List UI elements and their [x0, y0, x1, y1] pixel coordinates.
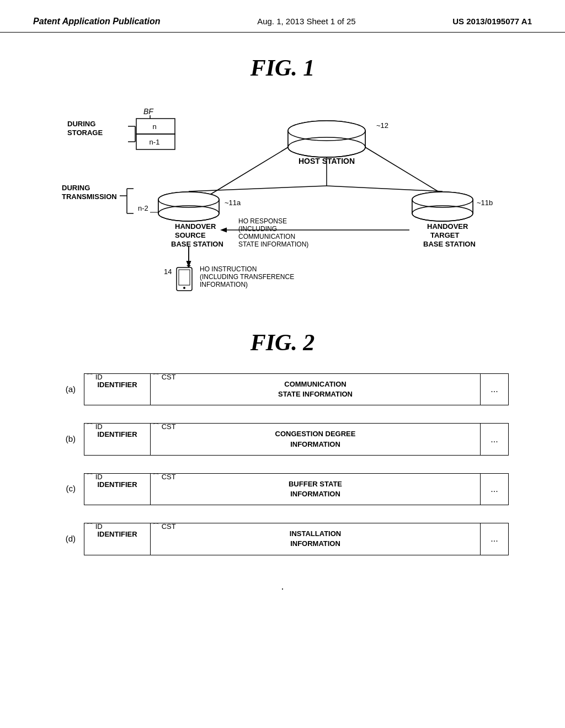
svg-text:HO RESPONSE: HO RESPONSE — [238, 217, 287, 225]
svg-text:TARGET: TARGET — [430, 231, 460, 239]
svg-text:HANDOVER: HANDOVER — [427, 222, 468, 231]
fig2-cell-info-c: BUFFER STATE INFORMATION — [151, 474, 481, 505]
page-header: Patent Application Publication Aug. 1, 2… — [0, 0, 565, 33]
svg-text:TRANSMISSION: TRANSMISSION — [62, 192, 117, 201]
svg-text:n-2: n-2 — [138, 204, 148, 212]
svg-line-22 — [211, 147, 288, 194]
fig2-title: FIG. 2 — [33, 329, 532, 356]
date-sheet-label: Aug. 1, 2013 Sheet 1 of 25 — [257, 17, 355, 26]
fig2-cell-info-d: INSTALLATION INFORMATION — [151, 523, 481, 554]
svg-text:~11b: ~11b — [477, 199, 493, 207]
fig2-label-d: (d) — [56, 534, 84, 543]
svg-text:~12: ~12 — [376, 121, 388, 130]
fig1-diagram: BF n n-1 DURING STORAGE — [56, 98, 509, 307]
svg-text:HO INSTRUCTION: HO INSTRUCTION — [200, 265, 257, 273]
svg-text:HANDOVER: HANDOVER — [175, 222, 216, 231]
svg-text:BASE STATION: BASE STATION — [423, 240, 476, 248]
svg-text:14: 14 — [164, 267, 172, 276]
svg-text:STORAGE: STORAGE — [67, 129, 103, 137]
fig2-container: (a) ⌒ ID ⌒ CST IDENTIFIER COMMUNICATION … — [56, 372, 509, 555]
fig2-label-b: (b) — [56, 434, 84, 443]
fig2-cell-info-a: COMMUNICATION STATE INFORMATION — [151, 374, 481, 405]
fig2-table-b: IDENTIFIER CONGESTION DEGREE INFORMATION… — [84, 423, 509, 455]
fig2-diagram-a: ⌒ ID ⌒ CST IDENTIFIER COMMUNICATION STAT… — [84, 372, 509, 405]
svg-text:DURING: DURING — [62, 184, 90, 192]
fig2-diagram-b: ⌒ ID ⌒ CST IDENTIFIER CONGESTION DEGREE … — [84, 422, 509, 455]
patent-number-label: US 2013/0195077 A1 — [452, 17, 532, 26]
fig2-cell-info-b: CONGESTION DEGREE INFORMATION — [151, 424, 481, 454]
fig2-table-a: IDENTIFIER COMMUNICATION STATE INFORMATI… — [84, 373, 509, 405]
fig2-cell-dots-b: ... — [481, 424, 508, 454]
fig2-row-d: (d) ⌒ ID ⌒ CST IDENTIFIER INSTALLATION I… — [56, 522, 509, 555]
fig2-diagram-c: ⌒ ID ⌒ CST IDENTIFIER BUFFER STATE INFOR… — [84, 472, 509, 505]
svg-text:~11a: ~11a — [225, 199, 241, 207]
svg-text:DURING: DURING — [67, 120, 95, 128]
svg-text:(INCLUDING: (INCLUDING — [238, 225, 277, 233]
svg-text:BASE STATION: BASE STATION — [171, 240, 223, 248]
svg-line-74 — [189, 186, 327, 191]
svg-text:SOURCE: SOURCE — [175, 231, 206, 239]
fig2-row-a: (a) ⌒ ID ⌒ CST IDENTIFIER COMMUNICATION … — [56, 372, 509, 405]
fig2-label-c: (c) — [56, 484, 84, 493]
svg-text:STATE INFORMATION): STATE INFORMATION) — [238, 240, 308, 248]
fig2-row-c: (c) ⌒ ID ⌒ CST IDENTIFIER BUFFER STATE I… — [56, 472, 509, 505]
svg-line-75 — [327, 186, 443, 191]
svg-text:BF: BF — [143, 107, 154, 116]
svg-point-56 — [412, 192, 473, 207]
fig2-row-b: (b) ⌒ ID ⌒ CST IDENTIFIER CONGESTION DEG… — [56, 422, 509, 455]
fig2-table-d: IDENTIFIER INSTALLATION INFORMATION ... — [84, 523, 509, 555]
svg-line-23 — [365, 147, 443, 194]
fig2-cell-dots-d: ... — [481, 523, 508, 554]
svg-rect-65 — [179, 270, 190, 285]
fig2-diagram-d: ⌒ ID ⌒ CST IDENTIFIER INSTALLATION INFOR… — [84, 522, 509, 555]
main-content: FIG. 1 BF n n-1 DURING STORAGE — [0, 33, 565, 617]
svg-text:(INCLUDING TRANSFERENCE: (INCLUDING TRANSFERENCE — [200, 273, 294, 281]
fig2-cell-dots-a: ... — [481, 374, 508, 405]
svg-text:INFORMATION): INFORMATION) — [200, 281, 248, 288]
svg-text:n: n — [152, 122, 156, 131]
svg-text:COMMUNICATION: COMMUNICATION — [238, 233, 295, 240]
svg-point-37 — [158, 192, 219, 207]
svg-point-66 — [183, 287, 185, 289]
fig2-cell-dots-c: ... — [481, 474, 508, 505]
footer-dot: · — [33, 572, 532, 606]
publication-label: Patent Application Publication — [33, 17, 161, 26]
svg-text:n-1: n-1 — [150, 138, 160, 146]
fig2-table-c: IDENTIFIER BUFFER STATE INFORMATION ... — [84, 473, 509, 505]
fig2-label-a: (a) — [56, 384, 84, 394]
fig1-title: FIG. 1 — [33, 55, 532, 81]
